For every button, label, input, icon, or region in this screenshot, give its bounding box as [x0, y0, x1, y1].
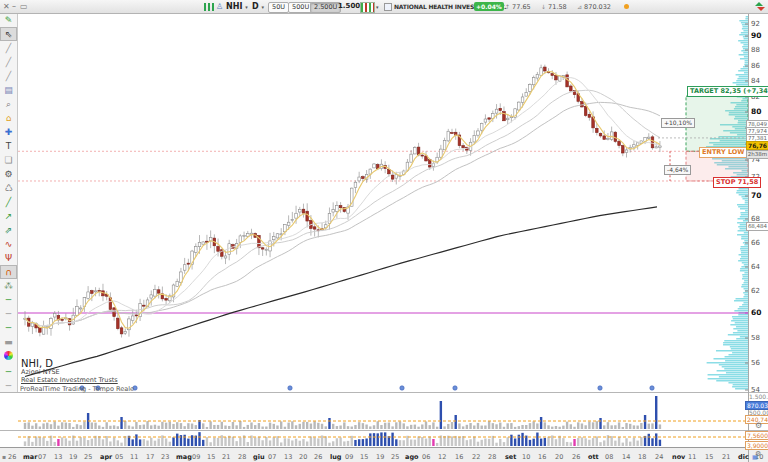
stats-bars-icon[interactable]: [204, 3, 214, 11]
time-axis-day: 19: [376, 453, 384, 461]
units-50-button[interactable]: 50U: [268, 2, 289, 13]
price-tick: 84: [751, 77, 760, 85]
market-updown-icon[interactable]: [754, 2, 764, 11]
draw-pencil-icon[interactable]: ✎: [0, 13, 17, 27]
time-axis-day: 17: [146, 453, 154, 461]
user-icon[interactable]: ♙: [216, 1, 223, 12]
chart-type-icon[interactable]: [360, 2, 375, 13]
nodes-icon[interactable]: ⁂: [0, 279, 17, 293]
delete-trash-icon[interactable]: ♺: [0, 181, 17, 195]
segment-icon[interactable]: ↗: [0, 209, 17, 223]
text-icon[interactable]: T: [0, 139, 17, 153]
last-price-badge: 76,76: [746, 141, 768, 150]
settings-gear-icon[interactable]: ⚙: [0, 167, 17, 181]
hline-5-icon[interactable]: ─: [0, 379, 17, 393]
time-axis-day: 08: [605, 453, 613, 461]
hline-3-icon[interactable]: ─: [0, 321, 17, 335]
hline-1-icon[interactable]: ─: [0, 293, 17, 307]
time-axis-month: nov: [672, 453, 685, 461]
candle-countdown-badge: 2h38m: [746, 150, 768, 159]
target-order-label[interactable]: TARGET 82,35 (+7,34%): [687, 86, 768, 97]
magnet-icon[interactable]: ∩: [0, 265, 17, 279]
time-axis-day: 19: [69, 453, 77, 461]
zoom-icon[interactable]: ⌕: [0, 97, 17, 111]
price-tick: 92: [751, 20, 760, 28]
price-tick: 88: [751, 46, 760, 54]
time-axis-day: 06: [422, 453, 430, 461]
arrow-icon[interactable]: ⇗: [0, 223, 17, 237]
notes-icon[interactable]: ▤: [0, 83, 17, 97]
parallel-lines-2-icon[interactable]: ╱: [0, 55, 17, 69]
high-value: 77.65: [512, 3, 531, 11]
time-axis-day: 07: [38, 453, 46, 461]
hline-4-icon[interactable]: ─: [0, 365, 17, 379]
copy-icon[interactable]: ❏: [0, 153, 17, 167]
time-axis-day: 28: [238, 453, 246, 461]
time-axis-day: 09: [345, 453, 353, 461]
time-axis-day: 28: [488, 453, 496, 461]
time-axis-day: 05: [115, 453, 123, 461]
price-tick: 60: [751, 309, 761, 317]
units-2500-button[interactable]: 2.500U: [310, 2, 341, 13]
price-tick: 80: [751, 108, 761, 116]
chart-type-caret-icon[interactable]: ▾: [376, 4, 379, 10]
session-low: ↓ 71.58: [541, 3, 567, 11]
time-axis-month: giu: [253, 453, 265, 461]
arrow-up-icon: ↑: [505, 3, 510, 10]
time-axis-day: 15: [705, 453, 713, 461]
close-icon[interactable]: ✕: [3, 1, 10, 12]
parallel-lines-3-icon[interactable]: ╱: [0, 69, 17, 83]
low-value: 71.58: [548, 3, 567, 11]
cursor-pointer-icon[interactable]: ⇖: [0, 27, 17, 41]
axis-corner-icon: ▪: [2, 453, 6, 460]
symbol-label: NHI: [226, 2, 242, 11]
stop-order-label[interactable]: STOP 71,58: [713, 177, 761, 188]
volume-panel-gear-icon[interactable]: ⚙: [755, 422, 762, 430]
time-axis-month: dic: [738, 453, 749, 461]
symbol-sector-link[interactable]: Real Estate Investment Trusts: [21, 377, 118, 385]
restore-icon[interactable]: ▭: [20, 1, 28, 12]
time-axis-day: 21: [222, 453, 230, 461]
time-axis-day: 15: [207, 453, 215, 461]
move-icon[interactable]: ✚: [0, 125, 17, 139]
session-volume: ⊿ 870.032: [577, 3, 611, 11]
time-axis-month: lug: [330, 453, 342, 461]
time-axis-day: 14: [622, 453, 630, 461]
color-wheel-icon[interactable]: [0, 351, 17, 365]
chevron-down-icon: ▾: [261, 4, 264, 10]
minimize-icon[interactable]: –: [12, 1, 16, 12]
drawing-toolbar: ✎⇖╱╱╱▤⌕⌂✚T❏⚙♺╱↗⇗∿Ψ∩⁂───▬──: [0, 13, 18, 392]
volume-icon: ⊿: [577, 3, 582, 10]
rect-zone-icon[interactable]: ▬: [0, 335, 17, 349]
symbol-selector[interactable]: NHI ▾: [226, 1, 248, 13]
price-tick: 66: [751, 239, 760, 247]
axis-settings-icon[interactable]: ▦: [752, 453, 758, 460]
price-tick: 58: [751, 334, 760, 342]
alert-bell-icon[interactable]: ⌂: [0, 111, 17, 125]
time-axis-day: 07: [268, 453, 276, 461]
chevron-down-icon: ▾: [245, 4, 248, 10]
time-axis-day: 20: [299, 453, 307, 461]
price-tick: 64: [751, 263, 760, 271]
trend-line-icon[interactable]: ╱: [0, 195, 17, 209]
time-axis-month: ago: [405, 453, 419, 461]
time-axis-day: 21: [722, 453, 730, 461]
timeframe-label: D: [252, 2, 259, 11]
pitchfork-icon[interactable]: Ψ: [0, 251, 17, 265]
elliott-wave-icon[interactable]: ∿: [0, 237, 17, 251]
time-axis-day: 18: [638, 453, 646, 461]
ma200-value-badge: 68,484: [746, 222, 768, 231]
time-axis-day: 13: [284, 453, 292, 461]
panel-separator: [0, 430, 768, 431]
platform-label: ProRealTime Trading - Tempo Reale: [20, 385, 134, 393]
time-axis-day: 22: [472, 453, 480, 461]
detach-window-icon[interactable]: [384, 3, 392, 11]
volume-scale-tick: 1.500.000: [749, 393, 768, 400]
hline-2-icon[interactable]: ─: [0, 307, 17, 321]
parallel-lines-1-icon[interactable]: ╱: [0, 41, 17, 55]
time-axis-month: mag: [176, 453, 192, 461]
timeframe-selector[interactable]: D ▾: [252, 1, 264, 13]
time-axis-month: apr: [100, 453, 112, 461]
time-axis-day: 20: [555, 453, 563, 461]
price-tick: 86: [751, 62, 760, 70]
